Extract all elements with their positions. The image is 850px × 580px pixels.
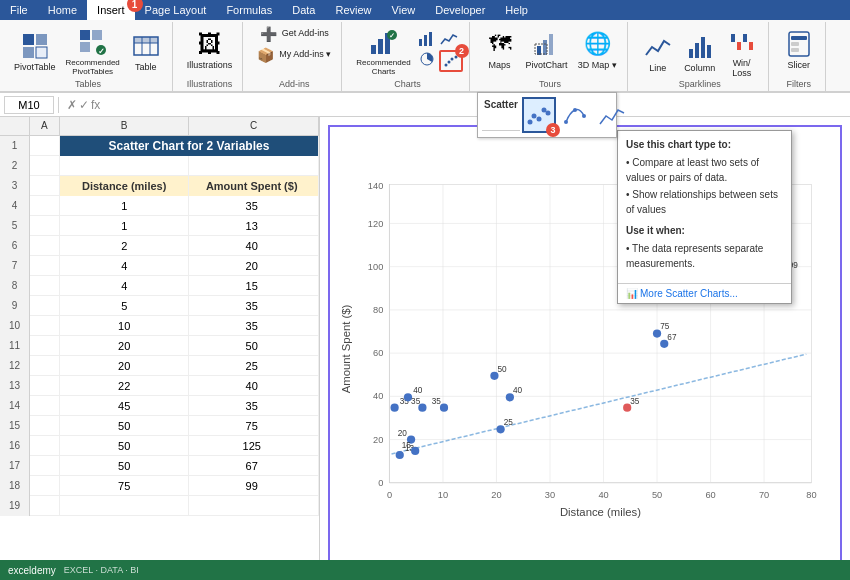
svg-text:60: 60 (705, 490, 715, 500)
tab-view[interactable]: View (382, 0, 426, 20)
svg-rect-6 (80, 42, 90, 52)
illustrations-group-label: Illustrations (177, 79, 243, 89)
svg-point-94 (527, 120, 532, 125)
cell-reference[interactable] (4, 96, 54, 114)
maps-btn[interactable]: 🗺 Maps (480, 26, 520, 73)
tables-group-label: Tables (4, 79, 172, 89)
my-addins-btn[interactable]: 📦 My Add-ins ▾ (253, 45, 335, 65)
get-addins-btn[interactable]: ➕ Get Add-ins (256, 24, 333, 44)
table-row: 132240 (0, 376, 319, 396)
scatter-smooth-btn[interactable] (558, 97, 592, 133)
cell-c3[interactable]: Amount Spent ($) (189, 176, 319, 196)
scatter-basic-btn[interactable]: 3 (522, 97, 556, 133)
svg-text:35: 35 (432, 397, 442, 406)
tab-home[interactable]: Home (38, 0, 87, 20)
status-sub: EXCEL · DATA · BI (64, 565, 139, 575)
tab-data[interactable]: Data (282, 0, 325, 20)
table-row: 1 Scatter Chart for 2 Variables (0, 136, 319, 156)
cancel-formula-icon[interactable]: ✗ (67, 98, 77, 112)
svg-point-98 (545, 111, 550, 116)
cell-b1[interactable]: Scatter Chart for 2 Variables (60, 136, 319, 156)
win-loss-label: Win/Loss (732, 59, 751, 79)
win-loss-btn[interactable]: Win/Loss (722, 24, 762, 81)
cell-b3[interactable]: Distance (miles) (60, 176, 190, 196)
recommended-charts-label: RecommendedCharts (356, 59, 410, 77)
svg-text:35: 35 (630, 397, 640, 406)
table-btn[interactable]: Table (126, 28, 166, 75)
3d-map-icon: 🌐 (581, 28, 613, 60)
circle-2: 2 (455, 44, 469, 58)
svg-text:80: 80 (373, 305, 383, 315)
column-sparkline-label: Column (684, 64, 715, 74)
chart-icon-small: 📊 (626, 288, 638, 299)
tab-page-layout[interactable]: Page Layout (135, 0, 217, 20)
svg-text:80: 80 (806, 490, 816, 500)
group-charts: ✓ RecommendedCharts (346, 22, 469, 91)
maps-label: Maps (489, 61, 511, 71)
insert-function-icon[interactable]: fx (91, 98, 100, 112)
recommended-pivot-btn[interactable]: ✓ RecommendedPivotTables (62, 24, 124, 79)
status-text: exceldemy (8, 565, 56, 576)
tab-file[interactable]: File (0, 0, 38, 20)
svg-rect-41 (791, 42, 799, 46)
svg-text:0: 0 (387, 490, 392, 500)
pivot-chart-label: PivotChart (526, 61, 568, 71)
data-point (396, 451, 404, 459)
scatter-line-btn[interactable] (594, 97, 628, 133)
svg-rect-5 (92, 30, 102, 40)
scatter-type-select[interactable]: 2 (439, 50, 463, 72)
table-row: 187599 (0, 476, 319, 496)
pivot-table-icon (19, 30, 51, 62)
line-sparkline-btn[interactable]: Line (638, 29, 678, 76)
svg-text:15: 15 (402, 441, 412, 450)
svg-text:20: 20 (491, 490, 501, 500)
tooltip-bullet-2: • Show relationships between sets of val… (626, 187, 783, 217)
column-sparkline-btn[interactable]: Column (680, 29, 720, 76)
illustrations-icon: 🖼 (194, 28, 226, 60)
tab-formulas[interactable]: Formulas (216, 0, 282, 20)
tours-group-label: Tours (474, 79, 627, 89)
formula-icons: ✗ ✓ fx (63, 98, 104, 112)
3d-map-btn[interactable]: 🌐 3D Map ▾ (574, 26, 621, 73)
pivot-table-label: PivotTable (14, 63, 56, 73)
more-scatter-link[interactable]: 📊 More Scatter Charts... (618, 283, 791, 303)
bar-chart-btn[interactable] (417, 30, 437, 48)
confirm-formula-icon[interactable]: ✓ (79, 98, 89, 112)
group-tours: 🗺 Maps PivotChart 🌐 3D Map ▾ Tours (474, 22, 628, 91)
pivot-table-btn[interactable]: PivotTable (10, 28, 60, 75)
slicer-btn[interactable]: Slicer (779, 26, 819, 73)
recommended-charts-btn[interactable]: ✓ RecommendedCharts (352, 24, 414, 79)
tab-help[interactable]: Help (495, 0, 538, 20)
tab-developer[interactable]: Developer (425, 0, 495, 20)
illustrations-btn[interactable]: 🖼 Illustrations (183, 26, 237, 73)
pie-chart-btn[interactable] (417, 50, 437, 72)
table-row: 9535 (0, 296, 319, 316)
pivot-chart-btn[interactable]: PivotChart (522, 26, 572, 73)
tooltip-content: Use this chart type to: • Compare at lea… (618, 131, 791, 283)
chart-type-popup: Scatter 3 (477, 92, 617, 138)
tab-review[interactable]: Review (325, 0, 381, 20)
formula-divider (58, 97, 59, 113)
table-row: 175067 (0, 456, 319, 476)
cell-b2[interactable] (60, 156, 190, 176)
cell-c2[interactable] (189, 156, 319, 176)
svg-rect-15 (378, 39, 383, 54)
spreadsheet: A B C 1 Scatter Chart for 2 Variables 2 … (0, 117, 320, 580)
col-header-c[interactable]: C (189, 117, 319, 135)
svg-point-24 (447, 61, 450, 64)
cell-a1[interactable] (30, 136, 60, 156)
tab-insert[interactable]: Insert 1 (87, 0, 135, 20)
tooltip-use-for: Use this chart type to: • Compare at lea… (626, 137, 783, 217)
svg-rect-19 (419, 39, 422, 46)
recommended-pivot-label: RecommendedPivotTables (66, 59, 120, 77)
cell-a3[interactable] (30, 176, 60, 196)
row-num-1: 1 (0, 136, 30, 156)
ribbon-tabs: File Home Insert 1 Page Layout Formulas … (0, 0, 850, 20)
svg-text:120: 120 (368, 219, 383, 229)
chart-type-buttons: 2 (417, 30, 463, 72)
svg-rect-35 (731, 34, 735, 42)
3d-map-label: 3D Map ▾ (578, 61, 617, 71)
col-header-b[interactable]: B (60, 117, 190, 135)
col-header-a[interactable]: A (30, 117, 60, 135)
cell-a2[interactable] (30, 156, 60, 176)
